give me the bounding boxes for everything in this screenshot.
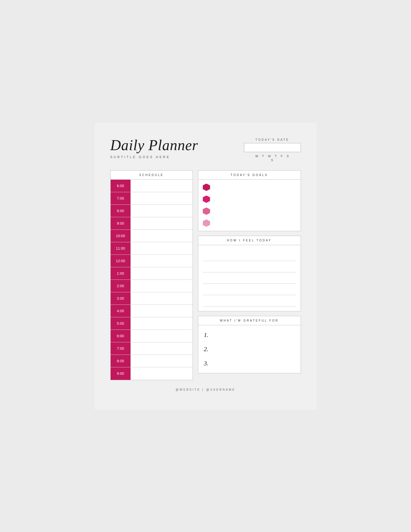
day-t2: T — [275, 154, 277, 158]
schedule-row: 8:00 — [111, 205, 193, 217]
goals-section: TODAY'S GOALS — [198, 170, 301, 231]
grateful-number: 3. — [204, 360, 212, 367]
goal-hexagon-icon — [203, 208, 210, 215]
grateful-number: 1. — [204, 331, 212, 339]
date-input-box[interactable] — [244, 143, 301, 152]
schedule-row: 2:00 — [111, 280, 193, 292]
feel-section: HOW I FEEL TODAY — [198, 236, 301, 311]
daily-planner-page: Daily Planner SUBTITLE GOES HERE TODAY'S… — [95, 123, 317, 410]
time-cell: 7:00 — [111, 342, 131, 355]
day-w: W — [268, 154, 271, 158]
day-s2: S — [271, 158, 274, 162]
footer-text: @WEBSITE | @USERNAME — [175, 388, 235, 391]
feel-line[interactable] — [203, 295, 296, 307]
schedule-row: 3:00 — [111, 292, 193, 305]
schedule-content-cell[interactable] — [131, 242, 193, 254]
schedule-content-cell[interactable] — [131, 217, 193, 229]
day-t: T — [262, 154, 265, 158]
goals-content — [198, 180, 301, 231]
grateful-content: 1.2.3. — [198, 325, 301, 373]
time-cell: 11:00 — [111, 242, 131, 254]
grateful-row: 1. — [204, 330, 295, 340]
goal-hexagon-icon — [203, 196, 210, 203]
time-cell: 5:00 — [111, 317, 131, 330]
day-s: S — [287, 154, 289, 158]
header-left: Daily Planner SUBTITLE GOES HERE — [110, 137, 198, 159]
schedule-row: 1:00 — [111, 267, 193, 280]
schedule-content-cell[interactable] — [131, 255, 193, 267]
schedule-content-cell[interactable] — [131, 267, 193, 280]
schedule-content-cell[interactable] — [131, 317, 193, 330]
schedule-row: 11:00 — [111, 242, 193, 255]
days-second-row: S — [244, 158, 301, 162]
schedule-content-cell[interactable] — [131, 280, 193, 292]
main-content: SCHEDULE 6:007:008:009:0010:0011:0012:00… — [110, 170, 301, 380]
feel-content — [198, 245, 301, 311]
schedule-content-cell[interactable] — [131, 192, 193, 204]
schedule-header: SCHEDULE — [111, 171, 193, 180]
schedule-row: 7:00 — [111, 192, 193, 205]
time-cell: 6:00 — [111, 180, 131, 192]
time-cell: 10:00 — [111, 230, 131, 242]
grateful-row: 2. — [204, 344, 295, 354]
schedule-rows: 6:007:008:009:0010:0011:0012:001:002:003… — [111, 180, 193, 380]
schedule-row: 12:00 — [111, 255, 193, 267]
schedule-row: 6:00 — [111, 180, 193, 192]
time-cell: 1:00 — [111, 267, 131, 280]
schedule-row: 10:00 — [111, 230, 193, 242]
schedule-content-cell[interactable] — [131, 367, 193, 380]
goal-row — [203, 207, 296, 216]
page-title: Daily Planner — [110, 137, 198, 154]
goal-row — [203, 219, 296, 227]
grateful-number: 2. — [204, 345, 212, 353]
schedule-content-cell[interactable] — [131, 305, 193, 317]
header: Daily Planner SUBTITLE GOES HERE TODAY'S… — [110, 137, 301, 162]
time-cell: 8:00 — [111, 355, 131, 367]
schedule-content-cell[interactable] — [131, 230, 193, 242]
grateful-row: 3. — [204, 358, 295, 369]
schedule-content-cell[interactable] — [131, 355, 193, 367]
header-right: TODAY'S DATE M T W T F S S — [244, 138, 301, 162]
time-cell: 8:00 — [111, 205, 131, 217]
right-column: TODAY'S GOALS HOW I FEEL TODAY WHAT I'M … — [198, 170, 301, 380]
date-label: TODAY'S DATE — [244, 138, 301, 141]
schedule-row: 5:00 — [111, 317, 193, 330]
footer: @WEBSITE | @USERNAME — [110, 388, 301, 391]
goals-header: TODAY'S GOALS — [198, 171, 301, 180]
time-cell: 9:00 — [111, 217, 131, 229]
feel-line[interactable] — [203, 284, 296, 295]
time-cell: 9:00 — [111, 367, 131, 380]
schedule-content-cell[interactable] — [131, 342, 193, 355]
day-f: F — [281, 154, 283, 158]
schedule-row: 9:00 — [111, 367, 193, 380]
grateful-header: WHAT I'M GRATEFUL FOR — [198, 316, 301, 325]
schedule-content-cell[interactable] — [131, 205, 193, 217]
days-of-week: M T W T F S — [244, 154, 301, 158]
schedule-row: 9:00 — [111, 217, 193, 230]
schedule-section: SCHEDULE 6:007:008:009:0010:0011:0012:00… — [110, 170, 193, 380]
feel-header: HOW I FEEL TODAY — [198, 236, 301, 245]
schedule-content-cell[interactable] — [131, 292, 193, 305]
feel-line[interactable] — [203, 261, 296, 272]
time-cell: 7:00 — [111, 192, 131, 204]
goal-hexagon-icon — [203, 184, 210, 191]
feel-line[interactable] — [203, 272, 296, 284]
schedule-row: 4:00 — [111, 305, 193, 317]
goal-hexagon-icon — [203, 220, 210, 227]
feel-line[interactable] — [203, 250, 296, 261]
goal-row — [203, 195, 296, 204]
schedule-row: 6:00 — [111, 330, 193, 342]
goal-row — [203, 183, 296, 192]
schedule-content-cell[interactable] — [131, 180, 193, 192]
grateful-section: WHAT I'M GRATEFUL FOR 1.2.3. — [198, 316, 301, 373]
time-cell: 6:00 — [111, 330, 131, 342]
time-cell: 2:00 — [111, 280, 131, 292]
day-m: M — [255, 154, 259, 158]
schedule-content-cell[interactable] — [131, 330, 193, 342]
schedule-row: 8:00 — [111, 355, 193, 367]
schedule-row: 7:00 — [111, 342, 193, 355]
time-cell: 4:00 — [111, 305, 131, 317]
time-cell: 12:00 — [111, 255, 131, 267]
page-subtitle: SUBTITLE GOES HERE — [110, 155, 198, 159]
time-cell: 3:00 — [111, 292, 131, 305]
